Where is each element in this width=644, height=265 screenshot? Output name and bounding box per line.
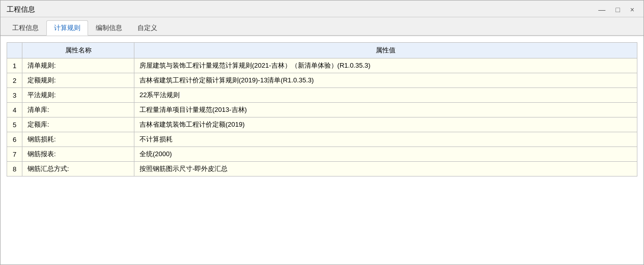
title-bar: 工程信息 — □ × <box>1 1 643 17</box>
row-index: 8 <box>7 162 22 176</box>
table-row: 5 定额库: 吉林省建筑装饰工程计价定额(2019) <box>7 117 637 132</box>
row-index: 3 <box>7 88 22 103</box>
row-index: 6 <box>7 132 22 147</box>
prop-name-cell: 钢筋报表: <box>22 147 134 162</box>
prop-value-cell: 全统(2000) <box>134 147 637 162</box>
prop-value-cell: 按照钢筋图示尺寸-即外皮汇总 <box>134 162 637 176</box>
prop-name-cell: 钢筋汇总方式: <box>22 162 134 176</box>
col-header-prop-name: 属性名称 <box>22 43 134 58</box>
table-row: 3 平法规则: 22系平法规则 <box>7 88 637 103</box>
prop-value-cell: 不计算损耗 <box>134 132 637 147</box>
window-title: 工程信息 <box>7 5 35 14</box>
minimize-button[interactable]: — <box>595 5 608 15</box>
prop-value-cell: 吉林省建筑装饰工程计价定额(2019) <box>134 117 637 132</box>
content-area: 属性名称 属性值 1 清单规则: 房屋建筑与装饰工程计量规范计算规则(2021-… <box>1 36 643 264</box>
col-header-index <box>7 43 22 58</box>
prop-name-cell: 清单库: <box>22 103 134 117</box>
prop-name-cell: 清单规则: <box>22 58 134 73</box>
prop-name-cell: 定额规则: <box>22 73 134 88</box>
row-index: 4 <box>7 103 22 117</box>
table-row: 8 钢筋汇总方式: 按照钢筋图示尺寸-即外皮汇总 <box>7 162 637 176</box>
row-index: 2 <box>7 73 22 88</box>
col-header-prop-value: 属性值 <box>134 43 637 58</box>
main-window: 工程信息 — □ × 工程信息计算规则编制信息自定义 属性名称 属性值 1 清单… <box>0 0 644 265</box>
prop-value-cell: 房屋建筑与装饰工程计量规范计算规则(2021-吉林）（新清单体验）(R1.0.3… <box>134 58 637 73</box>
table-row: 6 钢筋损耗: 不计算损耗 <box>7 132 637 147</box>
table-row: 4 清单库: 工程量清单项目计量规范(2013-吉林) <box>7 103 637 117</box>
tab-compile-info[interactable]: 编制信息 <box>88 20 130 35</box>
close-button[interactable]: × <box>627 5 637 15</box>
window-controls: — □ × <box>595 5 637 15</box>
prop-value-cell: 吉林省建筑工程计价定额计算规则(2019)-13清单(R1.0.35.3) <box>134 73 637 88</box>
tab-custom[interactable]: 自定义 <box>130 20 165 35</box>
table-row: 1 清单规则: 房屋建筑与装饰工程计量规范计算规则(2021-吉林）（新清单体验… <box>7 58 637 73</box>
prop-value-cell: 22系平法规则 <box>134 88 637 103</box>
row-index: 1 <box>7 58 22 73</box>
table-row: 2 定额规则: 吉林省建筑工程计价定额计算规则(2019)-13清单(R1.0.… <box>7 73 637 88</box>
row-index: 5 <box>7 117 22 132</box>
prop-name-cell: 定额库: <box>22 117 134 132</box>
prop-value-cell: 工程量清单项目计量规范(2013-吉林) <box>134 103 637 117</box>
maximize-button[interactable]: □ <box>612 5 623 15</box>
row-index: 7 <box>7 147 22 162</box>
tab-bar: 工程信息计算规则编制信息自定义 <box>1 17 643 36</box>
properties-table: 属性名称 属性值 1 清单规则: 房屋建筑与装饰工程计量规范计算规则(2021-… <box>7 42 637 176</box>
prop-name-cell: 平法规则: <box>22 88 134 103</box>
tab-engineering-info[interactable]: 工程信息 <box>5 20 46 35</box>
prop-name-cell: 钢筋损耗: <box>22 132 134 147</box>
table-row: 7 钢筋报表: 全统(2000) <box>7 147 637 162</box>
tab-calc-rules[interactable]: 计算规则 <box>46 20 88 36</box>
